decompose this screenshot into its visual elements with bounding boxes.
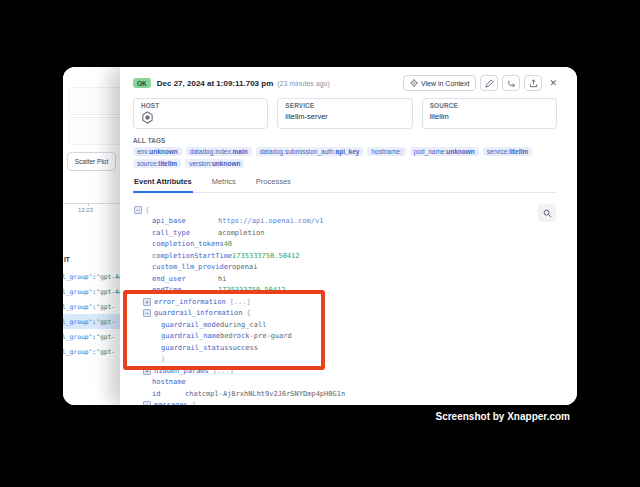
view-in-context-label: View in Context [421,80,470,87]
attribute-key[interactable]: hostname [152,378,186,386]
pencil-icon [485,79,494,88]
scatter-plot-button[interactable]: Scatter Plot [67,152,116,171]
toggle-minus-icon[interactable]: − [143,401,151,405]
attribute-row: completionStartTime1735333750.50412 [133,250,557,262]
attribute-row: −messages{ [133,400,557,406]
background-json-row[interactable]: l_group":"gpt-4o [63,284,120,299]
time-axis [63,203,120,204]
shortcut-button[interactable] [502,75,520,91]
attribute-row: completion_tokens40 [133,239,557,251]
tab-metrics[interactable]: Metrics [211,177,237,192]
attribute-row: call_typeacompletion [133,227,557,239]
attribute-value: bedrock-pre-guard [220,332,292,340]
attributes-tree: −{api_basehttps://api.openai.com/v1call_… [133,204,557,405]
header-actions: View in Context [403,75,557,91]
background-json-row[interactable]: l_group":"gpt- [63,299,120,314]
attribute-row: api_basehttps://api.openai.com/v1 [133,216,557,228]
tag[interactable]: service:litellm [483,147,532,156]
attribute-row: +error_information[...] [133,296,557,308]
info-boxes: HOST SERVICE litellm-server SOURCE litel… [133,98,557,129]
attribute-value: 1735333750.50412 [218,286,285,294]
attribute-key[interactable]: guardrail_name [161,332,220,340]
attribute-row: idchatcmpl-Aj8rxhNLht9v2J6rSNYDmp4pH0G1n [133,388,557,400]
attribute-value: hi [218,275,226,283]
background-list-row [68,117,120,145]
attribute-row: endTime1735333750.50412 [133,285,557,297]
tag[interactable]: datadog.index:main [186,147,252,156]
attribute-key[interactable]: guardrail_mode [161,321,220,329]
all-tags-label: ALL TAGS [133,137,557,144]
background-json-row[interactable]: l_group":"gpt- [63,314,120,329]
tag[interactable]: version:unknown [185,159,244,168]
tab-processes[interactable]: Processes [255,177,292,192]
background-page-strip: Scatter Plot 13:23 IT l_group":"gpt-4ol_… [63,67,120,405]
attribute-value: chatcmpl-Aj8rxhNLht9v2J6rSNYDmp4pH0G1n [185,390,345,398]
host-box: HOST [133,98,268,129]
attribute-key[interactable]: id [152,390,185,398]
service-label: SERVICE [285,102,404,109]
attribute-key[interactable]: guardrail_information [154,309,243,317]
host-hexagon-icon [141,111,154,124]
axis-tick-label: 13:23 [78,207,93,213]
search-button[interactable] [538,204,556,222]
tag[interactable]: pod_name:unknown [410,147,479,156]
attribute-value: 1735333750.50412 [232,252,299,260]
axis-tick-mark [88,203,89,206]
attribute-key[interactable]: call_type [152,229,218,237]
attribute-row: guardrail_modeduring_call [133,319,557,331]
attribute-key[interactable]: api_base [152,217,218,225]
attribute-value: 40 [224,240,232,248]
attribute-key[interactable]: completionStartTime [152,252,232,260]
background-json-row[interactable]: l_group":"gpt- [63,344,120,359]
tag[interactable]: env:unknown [133,147,182,156]
background-json-list: l_group":"gpt-4ol_group":"gpt-4ol_group"… [63,269,120,359]
background-list-row [68,87,120,115]
host-label: HOST [141,102,260,109]
background-json-row[interactable]: l_group":"gpt- [63,329,120,344]
attribute-key[interactable]: custom_llm_provider [152,263,232,271]
panel-header: OK Dec 27, 2024 at 1:09:11.703 pm (23 mi… [133,74,557,92]
attribute-row: end_userhi [133,273,557,285]
attribute-row: +hidden_params[...] [133,365,557,377]
edit-button[interactable] [480,75,498,91]
source-value[interactable]: litellm [430,112,549,121]
export-button[interactable] [524,75,542,91]
attribute-value: { [192,401,196,405]
attribute-row: hostname [133,377,557,389]
toggle-minus-icon[interactable]: − [143,309,151,317]
tab-bar: Event Attributes Metrics Processes [133,177,557,193]
attribute-key[interactable]: error_information [154,298,226,306]
search-icon [543,209,552,218]
attribute-value: acompletion [218,229,264,237]
toggle-minus-icon[interactable]: − [134,206,142,214]
attribute-key[interactable]: end_user [152,275,218,283]
source-label: SOURCE [430,102,549,109]
background-json-row[interactable]: l_group":"gpt-4o [63,269,120,284]
attribute-key[interactable]: guardrail_status [161,344,228,352]
attribute-value: [...] [230,298,251,306]
tag[interactable]: source:litellm [133,159,181,168]
service-value[interactable]: litellm-server [285,112,404,121]
attribute-key[interactable]: completion_tokens [152,240,224,248]
attribute-value: success [228,344,258,352]
attribute-key[interactable]: hidden_params [154,367,209,375]
service-box: SERVICE litellm-server [277,98,412,129]
attribute-row: −{ [133,204,557,216]
attribute-key[interactable]: messages [154,401,188,405]
close-icon[interactable]: ✕ [549,75,557,91]
event-timestamp-title: Dec 27, 2024 at 1:09:11.703 pm [157,79,274,88]
view-in-context-button[interactable]: View in Context [403,75,477,91]
status-badge: OK [133,78,151,88]
event-detail-panel: OK Dec 27, 2024 at 1:09:11.703 pm (23 mi… [120,67,577,405]
tab-event-attributes[interactable]: Event Attributes [133,177,193,193]
app-window: Scatter Plot 13:23 IT l_group":"gpt-4ol_… [63,67,577,405]
toggle-plus-icon[interactable]: + [143,298,151,306]
toggle-plus-icon[interactable]: + [143,367,151,375]
attribute-value[interactable]: https://api.openai.com/v1 [218,217,323,225]
tag[interactable]: hostname: [367,147,405,156]
tag[interactable]: datadog.submission_auth:api_key [256,147,364,156]
attribute-key[interactable]: endTime [152,286,218,294]
tags-list: env:unknowndatadog.index:maindatadog.sub… [133,147,557,168]
source-box: SOURCE litellm [422,98,557,129]
attribute-value: openai [232,263,257,271]
